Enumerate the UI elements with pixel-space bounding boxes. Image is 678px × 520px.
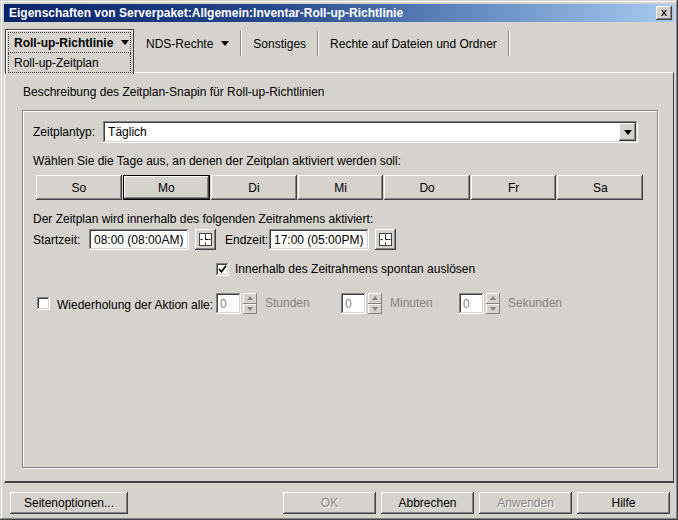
footer-button-group: OK Abbrechen Anwenden Hilfe — [283, 492, 670, 514]
spin-down-button[interactable] — [368, 304, 382, 315]
clock-icon — [199, 233, 212, 246]
tab-rollup-richtlinie-header[interactable]: Roll-up-Richtlinie — [8, 32, 131, 53]
spin-up-button[interactable] — [243, 293, 257, 304]
day-button-di[interactable]: Di — [211, 175, 297, 200]
start-time-clock-button[interactable] — [195, 229, 216, 250]
start-time-label: Startzeit: — [33, 233, 80, 247]
seconds-field[interactable]: 0 — [459, 293, 484, 314]
day-button-do[interactable]: Do — [384, 175, 470, 200]
hours-spin-buttons — [243, 293, 257, 314]
spin-down-button[interactable] — [486, 304, 500, 315]
tab-rechte-auf-dateien-und-ordner[interactable]: Rechte auf Dateien und Ordner — [319, 29, 508, 58]
hours-unit-label: Stunden — [265, 293, 310, 314]
arrow-up-icon — [372, 296, 378, 300]
arrow-down-icon — [490, 307, 496, 311]
cancel-button[interactable]: Abbrechen — [381, 492, 474, 514]
start-time-value: 08:00 (08:00AM) — [94, 233, 183, 247]
inactive-tabs: NDS-Rechte Sonstiges Rechte auf Dateien … — [135, 29, 510, 58]
day-button-sa[interactable]: Sa — [557, 175, 643, 200]
tab-label: Sonstiges — [253, 37, 306, 51]
page-options-label: Seitenoptionen... — [24, 496, 114, 510]
help-label: Hilfe — [611, 496, 635, 510]
seconds-spinner: 0 Sekunden — [459, 293, 562, 314]
chevron-down-icon — [221, 41, 229, 46]
day-button-so[interactable]: So — [36, 175, 122, 200]
properties-dialog: Eigenschaften von Serverpaket:Allgemein:… — [0, 0, 678, 520]
spontaneous-checkbox[interactable] — [216, 263, 229, 276]
minutes-spin-buttons — [368, 293, 382, 314]
hours-field[interactable]: 0 — [216, 293, 241, 314]
ok-label: OK — [321, 496, 338, 510]
tab-label: Rechte auf Dateien und Ordner — [330, 37, 497, 51]
repeat-row: Wiederholung der Aktion alle: 0 Stunden … — [37, 293, 657, 315]
seconds-spin-buttons — [486, 293, 500, 314]
repeat-checkbox[interactable] — [37, 297, 50, 310]
day-button-mi[interactable]: Mi — [298, 175, 384, 200]
schedule-type-value: Täglich — [108, 125, 147, 139]
tab-label: Roll-up-Richtlinie — [14, 36, 113, 50]
tab-nds-rechte[interactable]: NDS-Rechte — [135, 29, 240, 58]
title-bar: Eigenschaften von Serverpaket:Allgemein:… — [4, 4, 674, 22]
spin-down-button[interactable] — [243, 304, 257, 315]
spin-up-button[interactable] — [486, 293, 500, 304]
page-options-button[interactable]: Seitenoptionen... — [10, 492, 128, 514]
ok-button[interactable]: OK — [283, 492, 376, 514]
day-button-mo[interactable]: Mo — [123, 175, 211, 200]
schedule-type-combobox[interactable]: Täglich — [103, 121, 638, 143]
minutes-spinner: 0 Minuten — [341, 293, 433, 314]
spontaneous-checkbox-row[interactable]: Innerhalb des Zeitrahmens spontan auslös… — [216, 262, 475, 276]
chevron-down-icon — [121, 40, 129, 45]
page-description: Beschreibung des Zeitplan-Snapin für Rol… — [23, 85, 325, 99]
arrow-down-icon — [372, 307, 378, 311]
spontaneous-label: Innerhalb des Zeitrahmens spontan auslös… — [235, 262, 475, 276]
arrow-up-icon — [490, 296, 496, 300]
seconds-unit-label: Sekunden — [508, 293, 562, 314]
close-button[interactable]: X — [656, 6, 672, 20]
subtab-rollup-zeitplan[interactable]: Roll-up-Zeitplan — [8, 53, 131, 73]
arrow-up-icon — [247, 296, 253, 300]
apply-label: Anwenden — [497, 496, 554, 510]
minutes-unit-label: Minuten — [390, 293, 433, 314]
help-button[interactable]: Hilfe — [577, 492, 670, 514]
schedule-groupbox: Zeitplantyp: Täglich Wählen Sie die Tage… — [22, 110, 658, 468]
tab-label: NDS-Rechte — [146, 37, 213, 51]
spin-up-button[interactable] — [368, 293, 382, 304]
tab-page: Beschreibung des Zeitplan-Snapin für Rol… — [4, 72, 674, 483]
tab-strip: Roll-up-Richtlinie Roll-up-Zeitplan NDS-… — [4, 28, 674, 73]
window-title: Eigenschaften von Serverpaket:Allgemein:… — [9, 6, 403, 20]
tab-sonstiges[interactable]: Sonstiges — [242, 29, 317, 58]
combobox-dropdown-button[interactable] — [619, 123, 636, 141]
end-time-value: 17:00 (05:00PM) — [274, 233, 363, 247]
timeframe-text: Der Zeitplan wird innerhalb des folgende… — [33, 212, 373, 226]
end-time-clock-button[interactable] — [375, 229, 396, 250]
schedule-type-row: Zeitplantyp: Täglich — [33, 121, 638, 143]
start-time-field[interactable]: 08:00 (08:00AM) — [89, 229, 189, 250]
subtab-label: Roll-up-Zeitplan — [14, 56, 99, 70]
tab-separator — [508, 31, 510, 56]
end-time-field[interactable]: 17:00 (05:00PM) — [269, 229, 369, 250]
arrow-down-icon — [247, 307, 253, 311]
cancel-label: Abbrechen — [398, 496, 456, 510]
apply-button[interactable]: Anwenden — [479, 492, 572, 514]
chevron-down-icon — [624, 130, 632, 135]
repeat-label: Wiederholung der Aktion alle: — [57, 298, 213, 312]
checkmark-icon — [218, 265, 227, 274]
day-button-fr[interactable]: Fr — [471, 175, 557, 200]
tab-rollup-richtlinie[interactable]: Roll-up-Richtlinie Roll-up-Zeitplan — [5, 29, 134, 74]
time-row: Startzeit: 08:00 (08:00AM) Endzeit: — [33, 229, 657, 251]
minutes-field[interactable]: 0 — [341, 293, 366, 314]
day-buttons-row: So Mo Di Mi Do Fr Sa — [36, 175, 643, 200]
clock-icon — [379, 233, 392, 246]
days-prompt: Wählen Sie die Tage aus, an denen der Ze… — [33, 154, 401, 168]
end-time-label: Endzeit: — [225, 233, 268, 247]
schedule-type-label: Zeitplantyp: — [33, 125, 95, 139]
close-icon: X — [661, 8, 667, 18]
hours-spinner: 0 Stunden — [216, 293, 310, 314]
